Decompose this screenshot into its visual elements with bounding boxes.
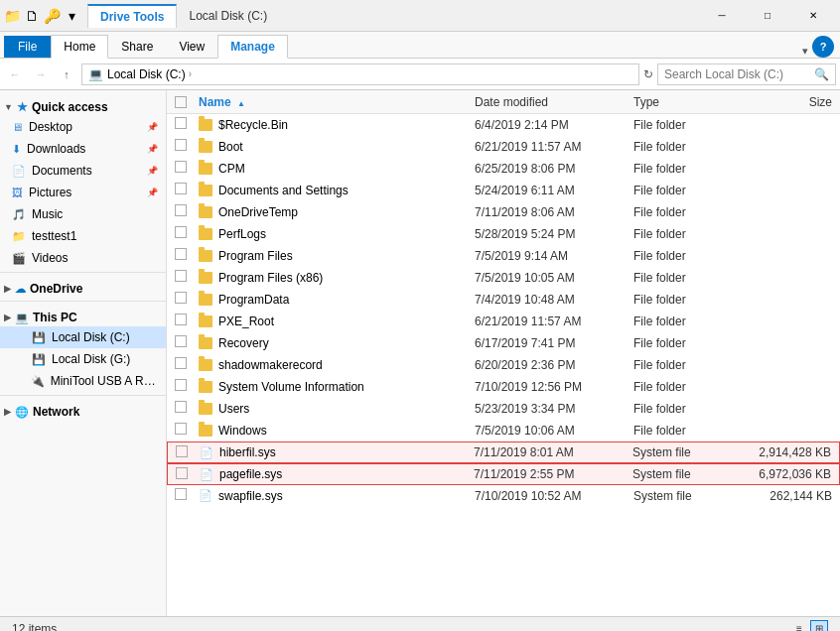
file-name: PerfLogs bbox=[218, 227, 266, 241]
header-size[interactable]: Size bbox=[733, 95, 832, 109]
view-details-button[interactable]: ≡ bbox=[790, 620, 808, 632]
table-row[interactable]: System Volume Information 7/10/2019 12:5… bbox=[167, 376, 840, 398]
quick-access-dropdown[interactable]: ▾ bbox=[64, 8, 79, 24]
row-checkbox[interactable] bbox=[175, 488, 199, 503]
hdd-icon-g: 💾 bbox=[32, 353, 46, 366]
table-row[interactable]: Recovery 6/17/2019 7:41 PM File folder bbox=[167, 332, 840, 354]
row-type: File folder bbox=[633, 140, 733, 154]
row-date: 5/24/2019 6:11 AM bbox=[475, 184, 633, 197]
onedrive-section[interactable]: ▶ ☁ OneDrive bbox=[0, 276, 166, 298]
search-input[interactable] bbox=[664, 67, 810, 81]
row-checkbox[interactable] bbox=[176, 445, 200, 460]
table-row[interactable]: $Recycle.Bin 6/4/2019 2:14 PM File folde… bbox=[167, 114, 840, 136]
sidebar-item-testtest1[interactable]: 📁 testtest1 bbox=[0, 225, 166, 247]
minimize-button[interactable]: ─ bbox=[699, 0, 745, 32]
table-row[interactable]: Windows 7/5/2019 10:06 AM File folder bbox=[167, 420, 840, 442]
row-checkbox[interactable] bbox=[175, 270, 199, 285]
header-name[interactable]: Name ▲ bbox=[199, 95, 475, 109]
sidebar-item-music[interactable]: 🎵 Music bbox=[0, 203, 166, 225]
sidebar-item-minitool-usb[interactable]: 🔌 MiniTool USB A Rodi... bbox=[0, 370, 166, 392]
table-row[interactable]: 📄 pagefile.sys 7/11/2019 2:55 PM System … bbox=[167, 463, 840, 485]
row-checkbox[interactable] bbox=[175, 357, 199, 372]
row-checkbox[interactable] bbox=[175, 139, 199, 154]
tab-manage[interactable]: Manage bbox=[217, 35, 288, 59]
tab-share[interactable]: Share bbox=[108, 35, 166, 58]
row-name: Program Files (x86) bbox=[199, 271, 475, 285]
table-row[interactable]: Program Files 7/5/2019 9:14 AM File fold… bbox=[167, 245, 840, 267]
row-checkbox[interactable] bbox=[175, 117, 199, 132]
file-name: System Volume Information bbox=[218, 380, 364, 394]
sidebar-item-downloads[interactable]: ⬇ Downloads 📌 bbox=[0, 138, 166, 160]
row-checkbox[interactable] bbox=[175, 161, 199, 176]
forward-button[interactable]: → bbox=[30, 63, 52, 85]
sidebar-item-videos[interactable]: 🎬 Videos bbox=[0, 247, 166, 269]
row-checkbox[interactable] bbox=[175, 204, 199, 219]
row-checkbox[interactable] bbox=[176, 467, 200, 482]
header-type[interactable]: Type bbox=[633, 95, 733, 109]
table-row[interactable]: Boot 6/21/2019 11:57 AM File folder bbox=[167, 136, 840, 158]
sidebar-item-pictures[interactable]: 🖼 Pictures 📌 bbox=[0, 182, 166, 203]
quick-access-section[interactable]: ▼ ★ Quick access bbox=[0, 94, 166, 116]
table-row[interactable]: Users 5/23/2019 3:34 PM File folder bbox=[167, 398, 840, 420]
row-name: Boot bbox=[199, 140, 475, 154]
row-type: File folder bbox=[633, 402, 733, 416]
table-row[interactable]: Program Files (x86) 7/5/2019 10:05 AM Fi… bbox=[167, 267, 840, 289]
row-date: 6/17/2019 7:41 PM bbox=[475, 336, 633, 350]
path-part-1[interactable]: Local Disk (C:) bbox=[107, 67, 186, 81]
table-row[interactable]: Documents and Settings 5/24/2019 6:11 AM… bbox=[167, 180, 840, 201]
name-label: Name bbox=[199, 95, 231, 109]
ribbon-expand[interactable]: ▾ bbox=[798, 45, 812, 58]
sys-file-icon: 📄 bbox=[199, 489, 212, 502]
table-row[interactable]: OneDriveTemp 7/11/2019 8:06 AM File fold… bbox=[167, 201, 840, 223]
row-checkbox[interactable] bbox=[175, 335, 199, 350]
sidebar-item-documents[interactable]: 📄 Documents 📌 bbox=[0, 160, 166, 182]
search-icon[interactable]: 🔍 bbox=[814, 67, 829, 81]
table-row[interactable]: CPM 6/25/2019 8:06 PM File folder bbox=[167, 158, 840, 180]
refresh-button[interactable]: ↻ bbox=[643, 67, 653, 81]
row-checkbox[interactable] bbox=[175, 183, 199, 197]
file-name: OneDriveTemp bbox=[218, 205, 298, 219]
search-box[interactable]: 🔍 bbox=[657, 63, 836, 85]
up-button[interactable]: ↑ bbox=[56, 63, 77, 85]
network-section[interactable]: ▶ 🌐 Network bbox=[0, 399, 166, 421]
quick-access-toolbar-new[interactable]: 🗋 bbox=[24, 8, 40, 24]
close-button[interactable]: ✕ bbox=[790, 0, 836, 32]
header-checkbox[interactable] bbox=[175, 96, 199, 108]
header-date[interactable]: Date modified bbox=[475, 95, 633, 109]
back-button[interactable]: ← bbox=[4, 63, 26, 85]
row-checkbox[interactable] bbox=[175, 314, 199, 328]
drive-tools-tab[interactable]: Drive Tools bbox=[87, 4, 177, 28]
row-checkbox[interactable] bbox=[175, 292, 199, 307]
tab-home[interactable]: Home bbox=[51, 35, 108, 59]
sidebar-item-desktop[interactable]: 🖥 Desktop 📌 bbox=[0, 116, 166, 138]
maximize-button[interactable]: □ bbox=[745, 0, 790, 32]
row-checkbox[interactable] bbox=[175, 226, 199, 241]
address-path[interactable]: 💻 Local Disk (C:) › bbox=[81, 63, 639, 85]
thispc-section[interactable]: ▶ 💻 This PC bbox=[0, 305, 166, 326]
table-row[interactable]: PerfLogs 5/28/2019 5:24 PM File folder bbox=[167, 223, 840, 245]
tab-file[interactable]: File bbox=[4, 36, 51, 58]
help-button[interactable]: ? bbox=[812, 36, 834, 58]
table-row[interactable]: shadowmakerecord 6/20/2019 2:36 PM File … bbox=[167, 354, 840, 376]
status-bar: 12 items ≡ ⊞ bbox=[0, 616, 840, 631]
network-label: Network bbox=[33, 405, 79, 419]
row-date: 7/5/2019 9:14 AM bbox=[475, 249, 633, 263]
network-chevron: ▶ bbox=[4, 407, 11, 417]
row-checkbox[interactable] bbox=[175, 401, 199, 416]
select-all-checkbox[interactable] bbox=[175, 96, 187, 108]
table-row[interactable]: ProgramData 7/4/2019 10:48 AM File folde… bbox=[167, 289, 840, 311]
row-checkbox[interactable] bbox=[175, 248, 199, 263]
sidebar-item-local-disk-g[interactable]: 💾 Local Disk (G:) bbox=[0, 348, 166, 370]
table-row[interactable]: 📄 swapfile.sys 7/10/2019 10:52 AM System… bbox=[167, 485, 840, 507]
row-checkbox[interactable] bbox=[175, 423, 199, 438]
file-name: swapfile.sys bbox=[218, 489, 283, 503]
table-row[interactable]: 📄 hiberfil.sys 7/11/2019 8:01 AM System … bbox=[167, 442, 840, 463]
row-name: 📄 hiberfil.sys bbox=[200, 445, 474, 459]
row-checkbox[interactable] bbox=[175, 379, 199, 394]
view-list-button[interactable]: ⊞ bbox=[810, 620, 828, 632]
quick-access-toolbar-prop[interactable]: 🔑 bbox=[44, 8, 60, 24]
row-type: System file bbox=[632, 467, 732, 481]
table-row[interactable]: PXE_Root 6/21/2019 11:57 AM File folder bbox=[167, 311, 840, 332]
sidebar-item-local-disk-c[interactable]: 💾 Local Disk (C:) bbox=[0, 326, 166, 348]
tab-view[interactable]: View bbox=[166, 35, 217, 58]
